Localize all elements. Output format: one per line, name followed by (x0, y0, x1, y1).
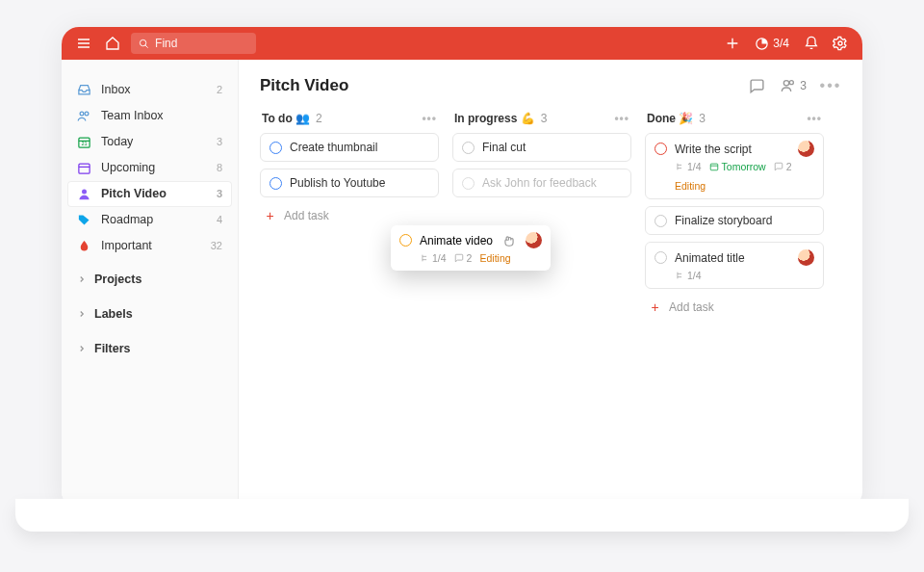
add-task-button[interactable]: + Add task (260, 204, 439, 227)
svg-rect-15 (79, 164, 90, 173)
column-title: To do 👥 (262, 112, 310, 125)
sidebar-item-label: Important (101, 240, 152, 252)
chevron-right-icon (77, 274, 87, 284)
svg-point-3 (140, 39, 145, 45)
task-card[interactable]: Final cut (452, 133, 631, 162)
people-icon (781, 78, 796, 93)
add-task-button[interactable]: + Add task (645, 296, 824, 319)
sidebar-item-label: Pitch Video (101, 188, 167, 200)
task-title: Ask John for feedback (482, 176, 597, 190)
task-card[interactable]: Ask John for feedback (452, 169, 631, 197)
sidebar-item-count: 3 (217, 189, 222, 199)
plus-icon: + (456, 243, 469, 258)
board-column: In progress 💪 3 ••• Final cut Ask John f… (452, 110, 631, 319)
sidebar-item-count: 3 (217, 137, 222, 147)
inbox-icon (77, 83, 91, 97)
sidebar-section-projects[interactable]: Projects (67, 265, 232, 294)
svg-point-21 (784, 81, 789, 86)
laptop-base (15, 499, 909, 532)
people-icon (77, 109, 91, 123)
sidebar-item-pitch-video[interactable]: Pitch Video 3 (67, 181, 232, 207)
drop-icon (77, 239, 91, 253)
column-more-icon[interactable]: ••• (807, 112, 822, 125)
board-column: Done 🎉 3 ••• Write the script 1/4Tomorro… (645, 110, 824, 319)
add-icon[interactable] (722, 33, 743, 54)
sidebar-item-label: Today (101, 136, 133, 148)
sidebar-item-important[interactable]: Important 32 (67, 233, 232, 259)
sidebar-item-upcoming[interactable]: Upcoming 8 (67, 155, 232, 181)
add-task-label: Add task (669, 300, 714, 314)
app-window: 3/4 Inbox 2 Team Inbox 21 Today 3 Upcomi… (62, 27, 862, 508)
svg-line-4 (145, 44, 148, 47)
column-header: In progress 💪 3 ••• (452, 110, 631, 133)
subtask-meta: 1/4 (675, 270, 702, 281)
task-title: Publish to Youtube (290, 176, 385, 190)
gear-icon[interactable] (830, 33, 851, 54)
add-task-button[interactable]: + Add task (452, 239, 631, 262)
column-title: Done 🎉 (647, 112, 693, 125)
avatar (798, 141, 814, 157)
column-header: Done 🎉 3 ••• (645, 110, 824, 133)
task-card[interactable]: Animated title 1/4 (645, 242, 824, 289)
column-more-icon[interactable]: ••• (614, 112, 629, 125)
task-card[interactable]: Finalize storyboard (645, 206, 824, 235)
calendar-today-icon: 21 (77, 135, 91, 149)
main-panel: Pitch Video 3 ••• To do 👥 2 ••• (239, 60, 862, 508)
task-card[interactable]: Create thumbnail (260, 133, 439, 162)
comments-icon[interactable] (746, 75, 767, 96)
sidebar-item-count: 2 (217, 85, 222, 95)
task-circle-icon[interactable] (462, 177, 475, 190)
quota-indicator[interactable]: 3/4 (751, 35, 793, 53)
tag-icon (77, 213, 91, 227)
task-card[interactable]: Write the script 1/4Tomorrow2Editing (645, 133, 824, 199)
task-circle-icon[interactable] (654, 143, 667, 155)
sidebar-item-label: Roadmap (101, 214, 153, 226)
menu-icon[interactable] (73, 33, 94, 54)
share-button[interactable]: 3 (781, 78, 807, 93)
task-card[interactable]: Publish to Youtube (260, 169, 439, 197)
sidebar-item-label: Team Inbox (101, 110, 164, 122)
page-title: Pitch Video (260, 76, 348, 95)
home-icon[interactable] (102, 33, 123, 54)
date-meta: Tomorrow (709, 161, 766, 172)
task-title: Final cut (482, 141, 526, 154)
topbar: 3/4 (62, 27, 862, 60)
column-more-icon[interactable]: ••• (422, 112, 437, 125)
share-count: 3 (800, 79, 807, 92)
column-header: To do 👥 2 ••• (260, 110, 439, 133)
task-title: Write the script (675, 143, 752, 156)
plus-icon: + (264, 208, 276, 223)
task-circle-icon[interactable] (270, 142, 282, 154)
sidebar-section-labels[interactable]: Labels (67, 299, 232, 328)
user-icon (77, 187, 91, 201)
search-input[interactable] (155, 37, 248, 50)
task-circle-icon[interactable] (654, 215, 667, 227)
svg-point-20 (82, 190, 87, 195)
task-title: Finalize storyboard (675, 214, 772, 227)
bell-icon[interactable] (801, 33, 822, 54)
svg-text:21: 21 (81, 141, 87, 146)
calendar-icon (77, 161, 91, 175)
chevron-right-icon (77, 309, 87, 319)
search-box[interactable] (131, 33, 256, 54)
column-count: 3 (541, 112, 548, 125)
sidebar-section-label: Labels (94, 307, 133, 321)
sidebar-item-inbox[interactable]: Inbox 2 (67, 77, 232, 103)
board-column: To do 👥 2 ••• Create thumbnail Publish t… (260, 110, 439, 319)
task-meta: 1/4 (654, 270, 814, 281)
task-circle-icon[interactable] (654, 251, 667, 264)
more-icon[interactable]: ••• (820, 75, 841, 96)
sidebar-item-team-inbox[interactable]: Team Inbox (67, 103, 232, 129)
add-task-label: Add task (476, 244, 522, 257)
sidebar-item-label: Inbox (101, 84, 131, 96)
sidebar-item-today[interactable]: 21 Today 3 (67, 129, 232, 155)
svg-point-11 (85, 112, 89, 116)
task-circle-icon[interactable] (462, 142, 475, 154)
column-count: 2 (316, 112, 322, 125)
sidebar-item-roadmap[interactable]: Roadmap 4 (67, 207, 232, 233)
quota-text: 3/4 (773, 37, 789, 50)
svg-point-10 (80, 112, 84, 116)
sidebar-section-label: Filters (94, 342, 131, 355)
sidebar-section-filters[interactable]: Filters (67, 334, 232, 363)
task-circle-icon[interactable] (270, 177, 282, 190)
